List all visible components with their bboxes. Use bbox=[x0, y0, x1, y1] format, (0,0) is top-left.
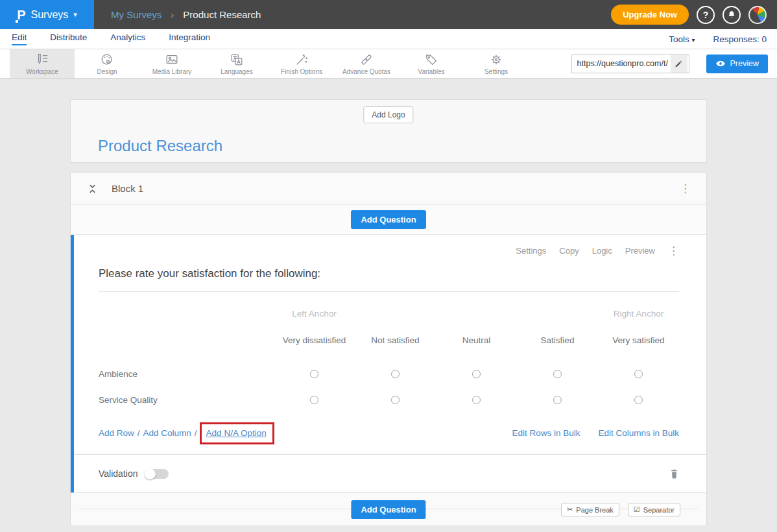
responses-count: Responses: 0 bbox=[713, 34, 767, 44]
column-header[interactable]: Not satisfied bbox=[355, 335, 436, 345]
block-kebab-menu-icon[interactable]: ⋮ bbox=[680, 183, 691, 194]
validation-toggle[interactable] bbox=[145, 469, 169, 479]
column-header[interactable]: Neutral bbox=[436, 335, 517, 345]
matrix-cell bbox=[274, 396, 355, 404]
tab-analytics[interactable]: Analytics bbox=[110, 32, 145, 45]
question-logic-link[interactable]: Logic bbox=[592, 246, 612, 256]
toolbar-item-variables[interactable]: Variables bbox=[399, 49, 464, 78]
matrix-cell bbox=[355, 396, 436, 404]
column-header[interactable]: Satisfied bbox=[517, 335, 598, 345]
question-links-row: Add Row / Add Column / Add N/A Option Ed… bbox=[99, 428, 679, 438]
question-preview-link[interactable]: Preview bbox=[625, 246, 655, 256]
column-header[interactable]: Very dissatisfied bbox=[274, 335, 355, 345]
survey-url-input[interactable] bbox=[572, 59, 671, 68]
footer-buttons: ✂ Page Break ☑ Separator bbox=[561, 503, 680, 516]
question-kebab-menu-icon[interactable]: ⋮ bbox=[668, 245, 679, 256]
validation-label: Validation bbox=[99, 468, 137, 479]
notifications-button[interactable] bbox=[723, 6, 741, 24]
block-card: Block 1 ⋮ Add Question Settings Copy Log… bbox=[70, 172, 707, 526]
question-text[interactable]: Please rate your satisfaction for the fo… bbox=[99, 267, 679, 280]
block-title[interactable]: Block 1 bbox=[112, 183, 143, 194]
question-settings-link[interactable]: Settings bbox=[516, 246, 546, 256]
help-button[interactable]: ? bbox=[697, 6, 715, 24]
add-row-link[interactable]: Add Row bbox=[99, 428, 134, 438]
topbar-actions: Upgrade Now ? bbox=[611, 5, 777, 25]
translate-icon bbox=[230, 53, 244, 67]
right-anchor-placeholder[interactable]: Right Anchor bbox=[598, 309, 679, 319]
avatar[interactable] bbox=[748, 6, 767, 24]
add-question-strip-top: Add Question bbox=[71, 205, 706, 235]
row-label[interactable]: Service Quality bbox=[99, 387, 274, 413]
breadcrumb-my-surveys[interactable]: My Surveys bbox=[111, 9, 161, 20]
matrix-cell bbox=[517, 396, 598, 404]
radio-button[interactable] bbox=[391, 396, 400, 404]
toolbar-item-settings[interactable]: Settings bbox=[464, 49, 529, 78]
add-question-button-top[interactable]: Add Question bbox=[351, 210, 425, 229]
page-break-button[interactable]: ✂ Page Break bbox=[561, 503, 619, 516]
add-column-link[interactable]: Add Column bbox=[143, 428, 191, 438]
add-logo-button[interactable]: Add Logo bbox=[363, 106, 413, 123]
radio-button[interactable] bbox=[310, 396, 318, 404]
radio-button[interactable] bbox=[472, 396, 481, 404]
left-anchor-placeholder[interactable]: Left Anchor bbox=[274, 309, 355, 319]
tag-icon bbox=[424, 53, 438, 67]
matrix-cell bbox=[517, 370, 598, 378]
radio-button[interactable] bbox=[310, 370, 318, 378]
tab-distribute[interactable]: Distribute bbox=[50, 32, 87, 45]
edit-rows-in-bulk-link[interactable]: Edit Rows in Bulk bbox=[512, 428, 580, 438]
tab-integration[interactable]: Integration bbox=[169, 32, 210, 45]
add-question-button-bottom[interactable]: Add Question bbox=[351, 500, 425, 519]
edit-columns-in-bulk-link[interactable]: Edit Columns in Bulk bbox=[598, 428, 679, 438]
radio-button[interactable] bbox=[634, 396, 643, 404]
survey-url-field bbox=[571, 54, 689, 73]
preview-button[interactable]: Preview bbox=[706, 54, 768, 73]
radio-button[interactable] bbox=[472, 370, 481, 378]
surveys-product-menu[interactable]: P Surveys ▾ bbox=[0, 0, 94, 29]
delete-question-button[interactable] bbox=[669, 468, 679, 479]
radio-button[interactable] bbox=[634, 370, 643, 378]
chevron-down-icon: ▾ bbox=[691, 36, 695, 43]
column-header[interactable]: Very satisfied bbox=[598, 335, 679, 345]
breadcrumb: My Surveys › Product Research bbox=[111, 9, 261, 20]
toolbar-item-finish-options[interactable]: Finish Options bbox=[269, 49, 334, 78]
add-na-option-link[interactable]: Add N/A Option bbox=[206, 428, 267, 438]
toolbar-item-design[interactable]: Design bbox=[75, 49, 139, 78]
upgrade-now-button[interactable]: Upgrade Now bbox=[611, 5, 689, 25]
matrix-table: Left Anchor Right Anchor Very dissatisfi… bbox=[99, 292, 679, 413]
nav-tabs-row: Edit Distribute Analytics Integration To… bbox=[0, 29, 777, 49]
radio-button[interactable] bbox=[553, 396, 562, 404]
add-na-option-wrap: Add N/A Option bbox=[204, 428, 269, 438]
question-card: Settings Copy Logic Preview ⋮ Please rat… bbox=[71, 235, 706, 492]
palette-icon bbox=[100, 53, 114, 67]
row-label[interactable]: Ambience bbox=[99, 361, 274, 387]
edit-url-button[interactable] bbox=[671, 55, 687, 73]
separator-button[interactable]: ☑ Separator bbox=[628, 503, 680, 516]
editor-toolbar: Workspace Design Media Library Languages… bbox=[0, 49, 777, 79]
product-menu-label: Surveys bbox=[31, 9, 69, 21]
block-footer: Add Question ✂ Page Break ☑ Separator bbox=[71, 492, 706, 526]
toolbar-item-workspace[interactable]: Workspace bbox=[10, 49, 75, 78]
collapse-block-icon[interactable] bbox=[88, 184, 97, 194]
toolbar-item-advance-quotas[interactable]: Advance Quotas bbox=[334, 49, 399, 78]
toolbar-item-media-library[interactable]: Media Library bbox=[139, 49, 204, 78]
radio-button[interactable] bbox=[553, 370, 562, 378]
question-copy-link[interactable]: Copy bbox=[559, 246, 579, 256]
nav-right: Tools ▾ Responses: 0 bbox=[669, 34, 767, 44]
toolbar-item-languages[interactable]: Languages bbox=[204, 49, 269, 78]
bulk-links: Edit Rows in Bulk Edit Columns in Bulk bbox=[512, 428, 679, 438]
matrix-cell bbox=[274, 370, 355, 378]
survey-title[interactable]: Product Research bbox=[98, 137, 222, 155]
breadcrumb-separator: › bbox=[171, 9, 174, 20]
validation-row: Validation bbox=[99, 455, 679, 492]
topbar: P Surveys ▾ My Surveys › Product Researc… bbox=[0, 0, 777, 29]
matrix-cell bbox=[436, 370, 517, 378]
pencil-icon bbox=[675, 60, 683, 68]
tab-edit[interactable]: Edit bbox=[12, 32, 27, 45]
block-header: Block 1 ⋮ bbox=[71, 173, 706, 205]
breadcrumb-current: Product Research bbox=[183, 9, 261, 20]
radio-button[interactable] bbox=[391, 370, 400, 378]
checked-box-icon: ☑ bbox=[634, 505, 640, 514]
matrix-cell bbox=[436, 396, 517, 404]
magic-wand-icon bbox=[294, 53, 309, 67]
tools-dropdown[interactable]: Tools ▾ bbox=[669, 34, 695, 44]
